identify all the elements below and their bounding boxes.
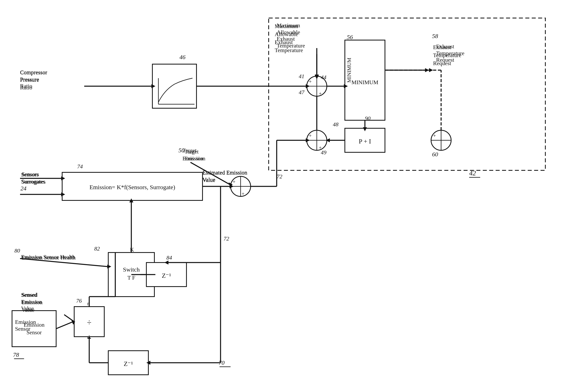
svg-text:74: 74	[77, 163, 83, 170]
svg-text:48: 48	[333, 121, 338, 127]
svg-text:82: 82	[94, 245, 100, 252]
svg-text:47: 47	[299, 89, 305, 95]
svg-text:Z⁻¹: Z⁻¹	[124, 360, 133, 367]
svg-text:MINIMUM: MINIMUM	[352, 79, 378, 85]
svg-text:60: 60	[432, 151, 438, 158]
svg-text:58: 58	[432, 33, 438, 39]
svg-text:78: 78	[13, 351, 19, 358]
svg-text:42: 42	[469, 169, 476, 177]
compressor-pressure-ratio-label: CompressorPressureRatio	[20, 69, 47, 89]
svg-text:T    F: T F	[127, 275, 135, 281]
svg-text:41: 41	[299, 73, 304, 79]
estimated-emission-value-label: Estimated EmissionValue	[202, 169, 247, 183]
svg-text:24: 24	[20, 185, 27, 192]
svg-text:d: d	[87, 334, 90, 340]
max-allowable-exhaust-temp-label: MaximumAllowableExhaustTemperature	[277, 22, 305, 49]
svg-text:49: 49	[321, 149, 326, 156]
svg-text:Z⁻¹: Z⁻¹	[162, 272, 171, 279]
svg-text:MINIMUM: MINIMUM	[346, 58, 352, 82]
svg-text:72: 72	[224, 235, 229, 242]
svg-text:72: 72	[277, 173, 282, 180]
svg-text:+: +	[242, 191, 245, 197]
svg-text:+: +	[319, 91, 322, 96]
sensed-emission-value-label: SensedEmissionValue	[21, 292, 42, 312]
svg-text:÷: ÷	[87, 318, 91, 327]
svg-text:84: 84	[166, 255, 172, 261]
svg-text:Emission= K*f(Sensors, Surroga: Emission= K*f(Sensors, Surrogate)	[89, 184, 175, 190]
svg-text:+: +	[309, 133, 312, 138]
emission-sensor-health-label: Emission Sensor Health	[21, 254, 75, 260]
svg-text:70: 70	[219, 359, 225, 366]
svg-text:P + I: P + I	[359, 138, 371, 145]
emission-sensor-label: EmissionSensor	[15, 319, 36, 332]
svg-text:76: 76	[76, 297, 82, 304]
svg-text:K: K	[130, 246, 134, 253]
svg-text:n: n	[87, 301, 90, 306]
svg-text:44: 44	[321, 74, 326, 80]
sensors-surrogates-label: SensorsSurrogates	[21, 171, 45, 185]
exhaust-temp-request-label: ExhaustTemperatureRequest	[436, 43, 464, 63]
svg-text:+: +	[433, 133, 436, 138]
target-emission-label: TargetEmission	[184, 148, 205, 162]
svg-text:+: +	[309, 79, 312, 84]
svg-text:Switch: Switch	[123, 266, 140, 273]
svg-text:80: 80	[14, 247, 20, 254]
svg-text:46: 46	[180, 54, 185, 60]
diagram-container: MINIMUM MINIMUM P + I Emission= K*f(Sens…	[0, 0, 564, 392]
svg-text:90: 90	[365, 115, 370, 122]
svg-text:56: 56	[347, 34, 353, 40]
